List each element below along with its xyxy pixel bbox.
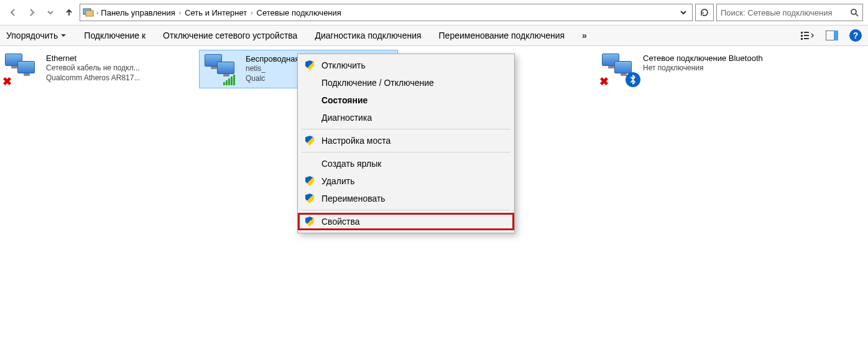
shield-icon [305,194,314,204]
menu-label: Подключение / Отключение [321,78,434,88]
menu-label: Диагностика [321,113,372,123]
disable-device-button[interactable]: Отключение сетевого устройства [163,30,297,40]
search-placeholder: Поиск: Сетевые подключения [721,8,850,17]
content-area: ✖ Ethernet Сетевой кабель не подкл... Qu… [0,46,868,332]
arrow-left-icon [8,7,18,17]
svg-point-2 [851,9,856,14]
view-options-icon [801,30,815,40]
arrow-up-icon [64,7,74,17]
svg-rect-6 [801,35,803,37]
crumb-label: Панель управления [101,8,175,17]
menu-label: Свойства [321,217,359,227]
connection-item[interactable]: ✖ Ethernet Сетевой кабель не подкл... Qu… [0,50,199,88]
menu-label: Переименовать [321,194,386,204]
menu-diagnose[interactable]: Диагностика [298,109,514,126]
context-menu: Отключить Подключение / Отключение Состо… [297,54,515,233]
menu-disable[interactable]: Отключить [298,57,514,74]
menu-properties[interactable]: Свойства [298,213,514,230]
chevron-down-icon [47,9,54,16]
diagnose-button[interactable]: Диагностика подключения [315,30,421,40]
help-icon: ? [853,30,859,40]
command-bar: Упорядочить Подключение к Отключение сет… [0,25,868,46]
menu-separator [302,152,510,152]
shield-icon [305,176,314,186]
menu-create-shortcut[interactable]: Создать ярлык [298,155,514,172]
up-button[interactable] [61,4,77,21]
search-input[interactable]: Поиск: Сетевые подключения [716,4,863,21]
cmd-label: Упорядочить [6,30,58,40]
shield-icon [305,136,314,146]
svg-rect-11 [834,30,838,40]
address-bar: › Панель управления› Сеть и Интернет› Се… [0,0,868,25]
connection-status: Сетевой кабель не подкл... [46,63,140,73]
recent-locations-button[interactable] [42,4,58,21]
refresh-button[interactable] [695,4,714,21]
connection-item[interactable]: ✖ Сетевое подключение Bluetooth Нет подк… [597,50,796,88]
shield-icon [305,217,314,227]
crumb-network-internet[interactable]: Сеть и Интернет› [185,8,252,17]
overflow-button[interactable]: » [582,30,587,40]
connection-title: Сетевое подключение Bluetooth [643,54,763,63]
crumb-control-panel[interactable]: Панель управления› [101,8,181,17]
connection-status: Нет подключения [643,63,763,73]
connection-device: Qualcomm Atheros AR817... [46,73,140,83]
forward-button[interactable] [24,4,40,21]
network-icon [205,54,239,84]
chevron-down-icon [680,9,687,16]
svg-rect-5 [804,32,809,33]
crumb-label: Сеть и Интернет [185,8,247,17]
control-panel-icon [83,7,94,18]
svg-line-3 [856,14,858,16]
menu-label: Настройка моста [321,136,390,146]
svg-rect-9 [804,38,809,39]
crumb-label: Сетевые подключения [257,8,341,17]
disconnected-x-icon: ✖ [2,75,14,86]
connection-title: Ethernet [46,54,140,63]
organize-button[interactable]: Упорядочить [6,30,67,40]
rename-button[interactable]: Переименование подключения [439,30,565,40]
caret-down-icon [60,32,67,39]
breadcrumb-box[interactable]: › Панель управления› Сеть и Интернет› Се… [80,4,693,21]
menu-label: Отключить [321,60,366,70]
crumb-sep-icon: › [251,9,252,16]
bluetooth-icon [626,72,640,87]
preview-pane-icon [826,30,838,40]
help-button[interactable]: ? [849,29,862,42]
svg-rect-1 [86,11,93,16]
menu-separator [302,210,510,210]
arrow-right-icon [27,7,37,17]
crumb-sep-icon: › [96,9,98,16]
cmd-label: Переименование подключения [439,30,565,40]
connect-to-button[interactable]: Подключение к [84,30,145,40]
menu-bridge[interactable]: Настройка моста [298,132,514,149]
view-options-button[interactable] [801,30,815,40]
menu-rename[interactable]: Переименовать [298,190,514,207]
network-icon: ✖ [602,54,637,83]
svg-rect-7 [804,35,809,36]
preview-pane-button[interactable] [826,30,838,40]
refresh-icon [699,7,709,17]
back-button[interactable] [5,4,21,21]
wifi-signal-icon [223,75,235,85]
menu-label: Состояние [321,95,367,105]
cmd-label: Диагностика подключения [315,30,421,40]
svg-rect-8 [801,38,803,40]
menu-connect-disconnect[interactable]: Подключение / Отключение [298,74,514,91]
cmd-label: Отключение сетевого устройства [163,30,297,40]
cmd-label: Подключение к [84,30,145,40]
address-dropdown[interactable] [677,9,690,16]
menu-label: Удалить [321,176,354,186]
menu-separator [302,129,510,129]
svg-rect-4 [801,32,803,34]
crumb-sep-icon: › [179,9,181,16]
crumb-network-connections[interactable]: Сетевые подключения [257,8,341,17]
menu-label: Создать ярлык [321,159,381,169]
shield-icon [305,60,314,70]
breadcrumb: Панель управления› Сеть и Интернет› Сете… [101,8,341,17]
disconnected-x-icon: ✖ [599,75,611,86]
menu-delete[interactable]: Удалить [298,172,514,190]
search-icon [850,8,859,17]
menu-status[interactable]: Состояние [298,91,514,109]
network-icon: ✖ [5,54,40,83]
